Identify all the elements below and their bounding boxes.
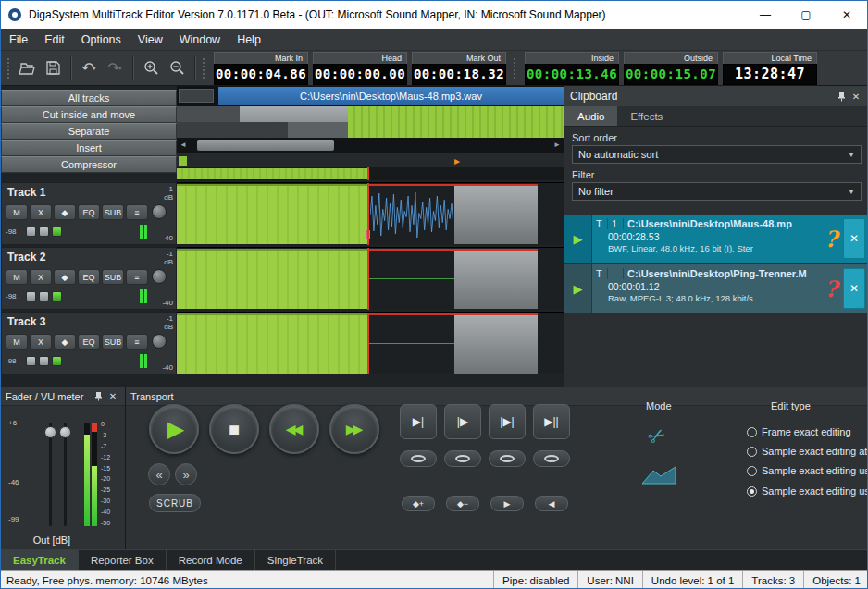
loop-button[interactable] [444, 450, 481, 467]
stop-button[interactable]: ■ [209, 404, 259, 454]
pin-icon[interactable] [834, 89, 849, 104]
track-menu-button[interactable]: ≡ [126, 204, 148, 220]
menu-options[interactable]: Options [73, 29, 130, 50]
scissors-mode-icon[interactable]: ✂ [644, 422, 671, 451]
skip-back-button[interactable]: « [148, 463, 170, 485]
open-file-button[interactable] [14, 55, 40, 81]
object-strip[interactable] [177, 167, 564, 180]
gain-knob[interactable] [152, 204, 167, 219]
remove-object-button[interactable]: ◆− [446, 496, 479, 511]
nudge-back-button[interactable]: ◀ [535, 496, 568, 511]
clipboard-entry[interactable]: ▶ T 1 C:\Users\nin\Desktop\Maus-48.mp 00… [564, 215, 868, 263]
maximize-button[interactable]: ▢ [786, 1, 826, 29]
track-menu-button[interactable]: ≡ [126, 269, 148, 285]
tab-record-mode[interactable]: Record Mode [167, 550, 255, 570]
solo-button[interactable]: X [30, 334, 52, 350]
tab-singletrack[interactable]: SingleTrack [255, 550, 336, 570]
pan-button[interactable]: ◆ [54, 334, 76, 350]
play-button[interactable]: ▶ [149, 404, 199, 454]
compressor-button[interactable]: Compressor [1, 156, 177, 173]
clipboard-entry[interactable]: ▶ T C:\Users\nin\Desktop\Ping-Trenner.M … [564, 264, 868, 313]
radio-icon[interactable] [747, 427, 757, 437]
marked-region-block[interactable] [454, 315, 538, 374]
tab-audio[interactable]: Audio [564, 106, 617, 126]
playhead-marker-icon[interactable]: ▸ [454, 154, 460, 167]
overview-file-label[interactable]: C:\Users\nin\Desktop\Maus-48.mp3.wav [218, 87, 564, 105]
solo-button[interactable]: X [30, 269, 52, 285]
minimize-button[interactable]: — [745, 1, 786, 29]
menu-help[interactable]: Help [229, 29, 269, 50]
zoom-out-button[interactable] [164, 55, 190, 81]
pin-icon[interactable] [91, 389, 105, 404]
track2-lane[interactable] [177, 247, 564, 310]
track3-lane[interactable] [177, 312, 564, 374]
radio-icon[interactable] [747, 447, 757, 457]
zoom-in-button[interactable] [138, 55, 164, 81]
fast-forward-button[interactable]: ▶▶ [329, 404, 379, 454]
menu-edit[interactable]: Edit [36, 29, 73, 50]
play-between-marks-button[interactable]: |▶| [489, 404, 526, 439]
all-tracks-button[interactable]: All tracks [1, 90, 177, 106]
edit-type-option-selected[interactable]: Sample exact editing us [747, 485, 868, 497]
scrub-button[interactable]: SCRUB [149, 494, 201, 512]
redo-button[interactable]: ↷▾ [102, 55, 128, 81]
sub-button[interactable]: SUB [102, 334, 124, 350]
close-panel-icon[interactable]: ✕ [105, 389, 120, 404]
sub-button[interactable]: SUB [102, 269, 124, 285]
marked-region-block[interactable] [454, 186, 538, 244]
play-from-mark-button[interactable]: |▶ [444, 404, 481, 439]
audio-object-block[interactable] [177, 313, 367, 374]
entry-play-button[interactable]: ▶ [564, 215, 592, 263]
radio-selected-icon[interactable] [747, 486, 757, 497]
fader-handle-right[interactable] [59, 426, 71, 438]
entry-play-button[interactable]: ▶ [564, 264, 592, 313]
pan-button[interactable]: ◆ [54, 269, 76, 285]
undo-button[interactable]: ↶▾ [76, 55, 102, 81]
overview-scrollbar[interactable]: ◄ ► [177, 138, 564, 153]
audio-object-block[interactable] [177, 249, 367, 309]
marked-region-block[interactable] [454, 251, 538, 309]
loop-button[interactable] [489, 450, 526, 467]
insert-button[interactable]: Insert [1, 140, 177, 156]
loop-button[interactable] [533, 450, 570, 467]
add-object-button[interactable]: ◆+ [402, 496, 435, 511]
audio-object-block[interactable] [177, 184, 367, 244]
track-menu-button[interactable]: ≡ [126, 334, 148, 350]
mute-button[interactable]: M [6, 334, 28, 350]
gain-knob[interactable] [152, 334, 167, 349]
gain-knob[interactable] [152, 269, 167, 284]
cut-inside-and-move-button[interactable]: Cut inside and move [1, 106, 177, 123]
radio-icon[interactable] [747, 466, 757, 476]
track1-lane[interactable] [177, 182, 564, 245]
tab-reporter-box[interactable]: Reporter Box [79, 550, 167, 570]
edit-type-option[interactable]: Sample exact editing at [747, 446, 868, 457]
fader-handle-left[interactable] [44, 426, 56, 438]
overview-waveform-bottom[interactable] [177, 122, 564, 138]
play-to-mark-button[interactable]: ▶| [400, 404, 437, 439]
tab-easytrack[interactable]: EasyTrack [1, 550, 79, 570]
overview-area[interactable]: C:\Users\nin\Desktop\Maus-48.mp3.wav ◄ ►… [177, 86, 564, 180]
sub-button[interactable]: SUB [102, 204, 124, 220]
play-over-mark-button[interactable]: ▶|| [533, 404, 570, 439]
menu-window[interactable]: Window [171, 29, 229, 50]
menu-view[interactable]: View [130, 29, 171, 50]
nudge-forward-button[interactable]: ▶ [490, 496, 524, 511]
pan-button[interactable]: ◆ [54, 204, 76, 220]
mute-button[interactable]: M [6, 269, 28, 285]
scrollbar-thumb[interactable] [197, 140, 334, 151]
solo-button[interactable]: X [30, 204, 52, 220]
save-button[interactable] [40, 55, 66, 81]
entry-remove-button[interactable]: ✕ [843, 268, 865, 309]
skip-forward-button[interactable]: » [175, 463, 197, 485]
edit-type-option[interactable]: Frame exact editing [747, 426, 868, 437]
rewind-button[interactable]: ◀◀ [269, 404, 319, 454]
crossfade-mode-icon[interactable] [640, 465, 677, 489]
loop-button[interactable] [400, 450, 437, 467]
close-button[interactable]: ✕ [826, 1, 867, 29]
eq-button[interactable]: EQ [78, 269, 100, 285]
separate-button[interactable]: Separate [1, 123, 177, 140]
edit-type-option[interactable]: Sample exact editing us [747, 465, 868, 476]
eq-button[interactable]: EQ [78, 334, 100, 350]
overview-file-bar[interactable]: C:\Users\nin\Desktop\Maus-48.mp3.wav [177, 86, 564, 106]
filter-dropdown[interactable]: No filter ▼ [572, 182, 862, 201]
